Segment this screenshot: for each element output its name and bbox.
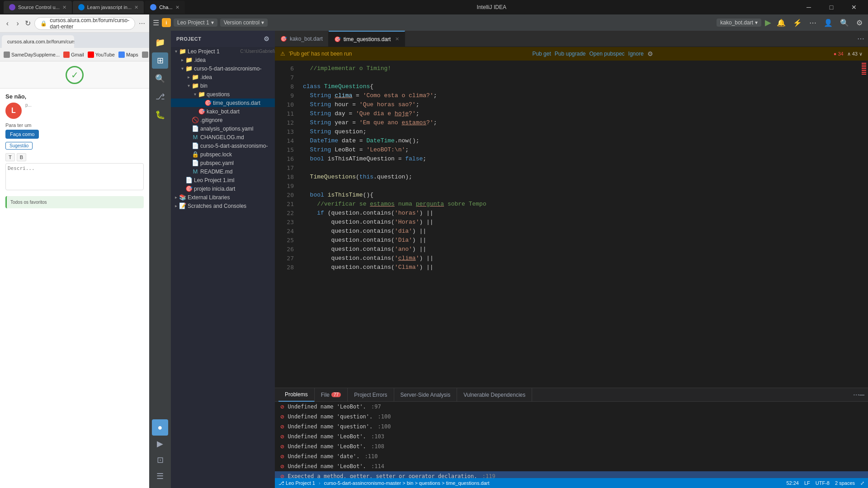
error-icon-4: ⊘ (280, 443, 284, 450)
sidebar-settings-icon[interactable]: ⚙ (264, 35, 270, 42)
status-indent[interactable]: 2 spaces (835, 480, 855, 486)
run-config-selector[interactable]: kako_bot.dart ▾ (717, 19, 761, 27)
bookmark-gmail[interactable]: Gmail (63, 52, 84, 58)
tree-item-idea1[interactable]: ▸ 📁 .idea (171, 56, 275, 64)
close-button[interactable]: ✕ (844, 0, 864, 14)
bottom-tab-problems[interactable]: Problems (278, 388, 315, 402)
activity-project[interactable]: ⊞ (152, 52, 168, 69)
tree-item-root[interactable]: ▾ 📁 Leo Project 1 C:\Users\Gabriel\ (171, 47, 275, 56)
bottom-tab-server[interactable]: Server-Side Analysis (394, 388, 458, 402)
minimize-button[interactable]: ─ (798, 0, 819, 14)
bottom-tab-file[interactable]: File 77 (315, 388, 348, 402)
status-encoding[interactable]: UTF-8 (816, 480, 830, 486)
pub-upgrade-button[interactable]: Pub upgrade (555, 50, 586, 57)
page-tab[interactable]: cursos.alura.com.br/forum/curso-dart-ent… (2, 35, 74, 48)
tree-item-iml[interactable]: 📄 Leo Project 1.iml (171, 176, 275, 184)
tree-item-time-questions[interactable]: 🎯 time_questions.dart (171, 99, 275, 107)
activity-highlight[interactable]: ● (152, 419, 168, 436)
scroll-marker-2 (862, 65, 866, 66)
tree-item-pubspec-yaml[interactable]: 📄 pubspec.yaml (171, 159, 275, 167)
bottom-panel-collapse[interactable]: ─ (859, 391, 864, 399)
tree-item-gitignore[interactable]: 🚫 .gitignore (171, 116, 275, 124)
forum-action-btn[interactable]: Faça como (5, 130, 39, 139)
problem-item-7[interactable]: ⊘ Expected a method, getter, setter or o… (275, 471, 868, 478)
settings-icon[interactable]: ⚙ (854, 17, 864, 29)
hamburger-icon[interactable]: ☰ (153, 19, 159, 27)
problem-item-4[interactable]: ⊘ Undefined name 'LeoBot'. :108 (275, 441, 868, 451)
activity-vcs[interactable]: ⊡ (152, 452, 168, 468)
tree-item-curso[interactable]: ▾ 📁 curso-5-dart-assincronismo- (171, 64, 275, 73)
tree-item-bin[interactable]: ▾ 📁 bin (171, 81, 275, 90)
activity-files[interactable]: 📁 (152, 34, 168, 51)
bookmark-maps[interactable]: Maps (118, 52, 138, 58)
browser-tab-learn[interactable]: Learn javascript in... ✕ (73, 1, 144, 14)
status-path[interactable]: curso-5-dart-assincronismo-master > bin … (324, 480, 490, 486)
problem-item-3[interactable]: ⊘ Undefined name 'LeoBot'. :103 (275, 432, 868, 441)
tree-item-kako[interactable]: 🎯 kako_bot.dart (171, 107, 275, 116)
editor-tab-kako[interactable]: 🎯 kako_bot.dart (275, 31, 329, 47)
activity-search[interactable]: 🔍 (152, 70, 168, 87)
editor-more-button[interactable]: ⋯ (854, 34, 868, 43)
activity-git[interactable]: ⎇ (152, 89, 168, 105)
editor-tab-time[interactable]: 🎯 time_questions.dart ✕ (329, 31, 406, 47)
tree-item-questions[interactable]: ▾ 📁 questions (171, 90, 275, 99)
version-control-selector[interactable]: Version control ▾ (220, 19, 268, 27)
tree-item-readme[interactable]: M README.md (171, 167, 275, 176)
pub-get-button[interactable]: Pub get (532, 50, 551, 57)
ignore-button[interactable]: Ignore (628, 50, 644, 57)
tree-item-pubspec-lock[interactable]: 🔒 pubspec.lock (171, 150, 275, 159)
run-button[interactable]: ▶ (765, 18, 771, 28)
tree-item-changelog[interactable]: M CHANGELOG.md (171, 133, 275, 141)
status-expand-icon[interactable]: ⤢ (860, 480, 864, 486)
editor-tab-close[interactable]: ✕ (395, 36, 399, 42)
problem-item-1[interactable]: ⊘ Undefined name 'question'. :100 (275, 412, 868, 422)
notification-icon[interactable]: 🔔 (775, 17, 788, 29)
back-button[interactable]: ‹ (4, 17, 11, 30)
browser-tab-source[interactable]: Source Control u... ✕ (4, 1, 72, 14)
activity-debug[interactable]: 🐛 (152, 107, 168, 123)
status-branch[interactable]: ⎇ Leo Project 1 (278, 480, 315, 486)
tree-item-projeto[interactable]: 🎯 projeto inicia.dart (171, 184, 275, 193)
open-pubspec-button[interactable]: Open pubspec (590, 50, 625, 57)
extensions-button[interactable]: ⋯ (138, 17, 146, 30)
maximize-button[interactable]: □ (821, 0, 842, 14)
tree-path: C:\Users\Gabriel\ (240, 49, 275, 54)
lock-icon-pubspec: 🔒 (192, 151, 199, 158)
status-position[interactable]: 52:24 (786, 480, 799, 486)
toolbar-b[interactable]: B (17, 153, 26, 161)
bookmark-youtube[interactable]: YouTube (88, 52, 115, 58)
problem-item-2[interactable]: ⊘ Undefined name 'question'. :100 (275, 422, 868, 432)
tree-item-analysis[interactable]: 📄 analysis_options.yaml (171, 124, 275, 133)
problem-item-0[interactable]: ⊘ Undefined name 'LeoBot'. :97 (275, 402, 868, 412)
description-input[interactable] (5, 163, 144, 190)
forward-button[interactable]: › (14, 17, 22, 30)
tag-button[interactable]: Sugestão (5, 142, 33, 150)
activity-run2[interactable]: ▶ (152, 436, 168, 452)
status-line-ending[interactable]: LF (804, 480, 810, 486)
activity-layers[interactable]: ☰ (152, 468, 168, 484)
project-selector[interactable]: Leo Project 1 ▾ (174, 19, 217, 27)
browser-tab-chat[interactable]: Cha... ✕ (145, 1, 184, 14)
bottom-tab-vulnerable[interactable]: Vulnerable Dependencies (457, 388, 532, 402)
tree-item-curso-master[interactable]: 📄 curso-5-dart-assincronismo- (171, 141, 275, 150)
search-topbar-icon[interactable]: 🔍 (838, 17, 851, 29)
tree-item-external[interactable]: ▸ 📚 External Libraries (171, 193, 275, 202)
account-icon[interactable]: 👤 (822, 17, 835, 29)
bookmark-label: SameDaySuppleme... (11, 52, 60, 57)
bottom-tab-project-errors[interactable]: Project Errors (348, 388, 394, 402)
problem-item-5[interactable]: ⊘ Undefined name 'date'. :110 (275, 451, 868, 461)
address-bar[interactable]: 🔒 cursos.alura.com.br/forum/curso-dart-e… (34, 17, 135, 30)
problem-item-6[interactable]: ⊘ Undefined name 'LeoBot'. :114 (275, 461, 868, 471)
tree-item-scratches[interactable]: ▸ 📝 Scratches and Consoles (171, 202, 275, 210)
bookmark-de[interactable]: DE... (142, 52, 149, 58)
more-options-icon[interactable]: ⋯ (807, 17, 818, 29)
toolbar-t[interactable]: T (5, 153, 15, 161)
bookmark-samedaysuppleme[interactable]: SameDaySuppleme... (4, 52, 60, 58)
power-icon[interactable]: ⚡ (791, 17, 804, 29)
tree-item-idea2[interactable]: ▸ 📁 .idea (171, 73, 275, 81)
bottom-panel-more[interactable]: ⋯ (853, 391, 859, 399)
scroll-nav[interactable]: ∧ 43 ∨ (847, 51, 863, 57)
pub-settings-icon[interactable]: ⚙ (647, 50, 653, 57)
code-content[interactable]: //implementar o Timing! class TimeQuesti… (297, 61, 860, 388)
reload-button[interactable]: ↻ (24, 17, 32, 30)
